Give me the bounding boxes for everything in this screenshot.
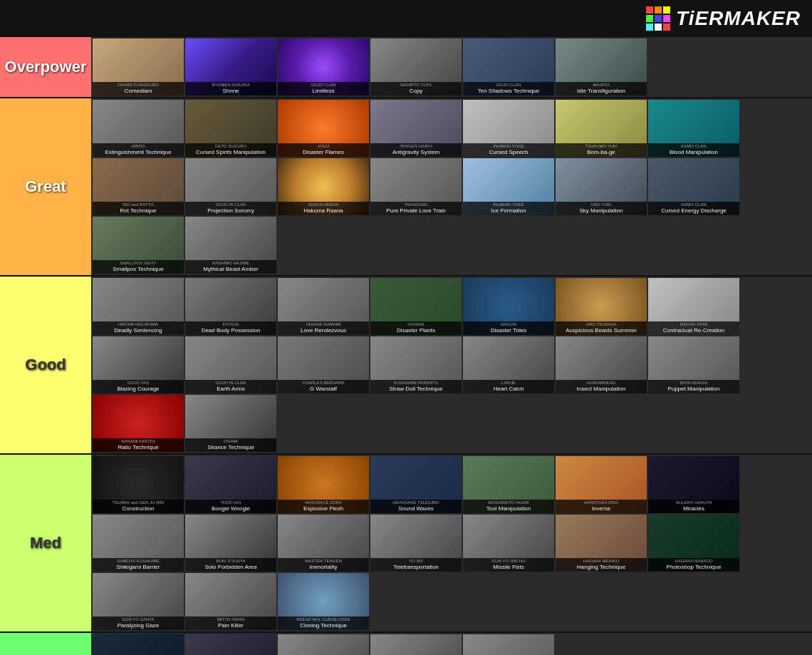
card-mainlabel-mythical: Mythical Beast Amber xyxy=(203,266,258,272)
card-puppet[interactable]: BATA ADACHIPuppet Manipulation xyxy=(648,336,739,393)
card-blood[interactable]: KAMO CLANBlood Manipulation xyxy=(648,100,739,157)
card-sublabel-insect: HURUMKIEAD xyxy=(557,381,645,386)
card-bg-helicopter xyxy=(463,634,554,655)
card-darkclaws[interactable]: NANO TSERUNGDark Claws xyxy=(185,634,276,655)
card-skymanip[interactable]: UNO YUKISky Manipulation xyxy=(556,158,647,215)
card-sublabel-photoshop: HAGARA NAMAGO xyxy=(650,559,738,564)
card-hanging[interactable]: HAGARA MERIKOHanging Technique xyxy=(556,515,647,572)
card-disasterplants[interactable]: HANAMIDisaster Plants xyxy=(370,278,462,335)
card-boogie[interactable]: TODO AOIBoogie Woogie xyxy=(185,456,276,513)
card-shikigami[interactable]: SHIBUYA KUSAKABEShikigami Barrier xyxy=(93,515,184,572)
card-deadbody[interactable]: KYOGAIDead Body Possession xyxy=(185,278,276,335)
card-cursedspeech[interactable]: INUMAKI TOGECursed Speech xyxy=(463,100,554,157)
card-contractual[interactable]: DAGON STARContractual Re-Creation xyxy=(648,278,739,335)
card-mainlabel-photoshop: Photoshop Technique xyxy=(667,564,722,570)
card-mainlabel-smallpox: Smallpox Technique xyxy=(113,266,163,272)
card-mainlabel-seance: Séance Technique xyxy=(207,444,254,450)
card-label-pureprivate: TAKAGUNOPure Private Love Train xyxy=(370,202,462,215)
card-bombage[interactable]: TSUKUMO YUKIBom-ba-ge xyxy=(556,100,647,157)
card-heartcatch[interactable]: LARUEHeart Catch xyxy=(463,336,554,393)
card-rot[interactable]: RIO and BATTORot Technique xyxy=(93,158,184,215)
card-cursedspirits[interactable]: GETO SUGURUCursed Spirits Manipulation xyxy=(185,100,276,157)
card-tenshadows[interactable]: GOJO CLANTen Shadows Technique xyxy=(463,38,554,96)
card-projection[interactable]: GOJO IN CLANProjection Sorcery xyxy=(185,158,276,215)
card-deadly[interactable]: HIROMI HIGURUMADeadly Sentencing xyxy=(93,278,184,335)
card-cloning[interactable]: BREAD MAL CURSE USERCloning Technique xyxy=(278,573,369,630)
card-seance[interactable]: OGAMISéance Technique xyxy=(185,395,276,452)
card-copy[interactable]: NAOBITO YUTACopy xyxy=(370,38,462,96)
card-ext[interactable]: HIROOExtinguishment Technique xyxy=(93,100,184,157)
card-insect[interactable]: HURUMKIEADInsect Manipulation xyxy=(556,336,647,393)
card-paralyz[interactable]: EON YO SANTAParalyzing Gaze xyxy=(93,573,184,630)
card-missile[interactable]: GUN YO JINCHUMissile Fists xyxy=(463,515,554,572)
card-auspicious[interactable]: URO TSUKASAAuspicious Beasts Summon xyxy=(556,278,647,335)
card-label-toolmanip: MOSHIMOTO AKEMITool Manipulation xyxy=(463,500,554,513)
card-immortality[interactable]: MASTER TENGENImmortality xyxy=(278,515,369,572)
card-disaster[interactable]: JOGODisaster Flames xyxy=(278,100,369,157)
card-mainlabel-ext: Extinguishment Technique xyxy=(105,149,171,155)
card-inverse[interactable]: HANATOKA ZINGInverse xyxy=(556,456,647,513)
card-hakuna[interactable]: SHOUA ARENAHakuma Raana xyxy=(278,158,369,215)
card-limitless[interactable]: GOJO CLANLimitless xyxy=(278,38,369,96)
card-mainlabel-comediam: Comediam xyxy=(125,88,152,94)
card-sublabel-paralyz: EON YO SANTA xyxy=(94,617,182,622)
card-soloforbid[interactable]: RUKI ITSUSYASolo Forbidden Area xyxy=(185,515,276,572)
card-sublabel-missile: GUN YO JINCHU xyxy=(464,559,553,564)
card-sublabel-cursedspeech: INUMAKI TOGE xyxy=(464,144,553,149)
card-blazing[interactable]: GOJO YASBlazing Courage xyxy=(93,336,184,393)
card-comediam[interactable]: TAKABI FUSHIGUROComediam xyxy=(93,38,184,96)
card-smallpox[interactable]: SMALLPOX DEITYSmallpox Technique xyxy=(93,217,184,274)
card-mainlabel-ratio: Ratio Technique xyxy=(118,444,158,450)
card-mainlabel-hanging: Hanging Technique xyxy=(577,564,625,570)
card-label-immortality: MASTER TENGENImmortality xyxy=(278,558,369,572)
tier-row-overpower: OverpowerTAKABI FUSHIGUROComediamRYOMEN … xyxy=(0,37,812,98)
card-mainlabel-puppet: Puppet Manipulation xyxy=(668,386,720,392)
card-mainlabel-immortality: Immortality xyxy=(309,564,337,570)
card-sublabel-miracles: NULERO HARUTA xyxy=(650,500,738,505)
card-mainlabel-blazing: Blazing Courage xyxy=(117,386,159,392)
card-mainlabel-heartcatch: Heart Catch xyxy=(494,386,524,392)
card-sublabel-disastertides: DAGON xyxy=(464,322,553,327)
card-shrine[interactable]: RYOMEN SUKUNAShrine xyxy=(185,38,276,96)
card-painkill[interactable]: MITTO ARAINPain Killer xyxy=(185,573,276,630)
card-helicopter[interactable]: Helicopter Hair xyxy=(463,634,554,655)
card-soundwaves[interactable]: GRASSANE TSUGUMOSound Waves xyxy=(370,456,462,513)
card-straw[interactable]: KUSAKABE PARENTSStraw Doll Technique xyxy=(370,336,462,393)
card-sublabel-soundwaves: GRASSANE TSUGUMO xyxy=(372,500,460,505)
card-scorpion[interactable]: NANOScorpion Hair xyxy=(278,634,369,655)
card-mainlabel-straw: Straw Doll Technique xyxy=(389,386,442,392)
card-construction[interactable]: TSUMIKI and GEN JU WEIConstruction xyxy=(93,456,184,513)
card-tele[interactable]: YO ROTeletransportation xyxy=(370,515,462,572)
card-mainlabel-explosive: Explosive Flesh xyxy=(303,505,343,512)
card-sublabel-hanging: HAGARA MERIKO xyxy=(557,559,645,564)
logo-text: TiERMAKER xyxy=(676,7,801,30)
card-antigravity[interactable]: TENGEN HAIROAntigravity System xyxy=(370,100,462,157)
card-photoshop[interactable]: HAGARA NAMAGOPhotoshop Technique xyxy=(648,515,739,572)
card-label-deadly: HIROMI HIGURUMADeadly Sentencing xyxy=(93,321,184,335)
tier-cards-med: TSUMIKI and GEN JU WEIConstructionTODO A… xyxy=(91,455,812,631)
card-miracles[interactable]: NULERO HARUTAMiracles xyxy=(648,456,739,513)
card-airplane[interactable]: BAKKUAirplane Hair xyxy=(370,634,462,655)
card-gwarstaff[interactable]: CHARLES BERNARDG Warstaff xyxy=(278,336,369,393)
card-ratio[interactable]: NANAMI KIRUTORatio Technique xyxy=(93,395,184,452)
logo-cell xyxy=(646,15,653,22)
card-blackbird[interactable]: BEE BEEBlack Bird Manipulation xyxy=(93,634,184,655)
logo-grid-icon xyxy=(646,6,670,31)
card-mainlabel-rot: Rot Technique xyxy=(120,207,157,214)
card-iceformation[interactable]: INUMAKI YOKEIce Formation xyxy=(463,158,554,215)
tier-cards-great: HIROOExtinguishment TechniqueGETO SUGURU… xyxy=(91,98,812,275)
card-disastertides[interactable]: DAGONDisaster Tides xyxy=(463,278,554,335)
card-loverendez[interactable]: HIGANE NAMAMILove Rendezvous xyxy=(278,278,369,335)
card-explosive[interactable]: HASUNACE ZORAExplosive Flesh xyxy=(278,456,369,513)
card-sublabel-disaster: JOGO xyxy=(279,144,368,149)
card-idle[interactable]: MAHITOIdle Transfiguration xyxy=(556,38,647,96)
card-sublabel-shikigami: SHIBUYA KUSAKABE xyxy=(94,559,182,564)
card-eartharms[interactable]: GOJO IN CLANEarth Arms xyxy=(185,336,276,393)
card-pureprivate[interactable]: TAKAGUNOPure Private Love Train xyxy=(370,158,462,215)
card-cursedenergy[interactable]: KAMO CLANCursed Energy Discharge xyxy=(648,158,739,215)
card-label-explosive: HASUNACE ZORAExplosive Flesh xyxy=(278,500,369,513)
card-label-straw: KUSAKABE PARENTSStraw Doll Technique xyxy=(370,380,462,393)
card-label-insect: HURUMKIEADInsect Manipulation xyxy=(556,380,647,393)
card-mythical[interactable]: KASHIMO HAJIMEMythical Beast Amber xyxy=(185,217,276,274)
card-toolmanip[interactable]: MOSHIMOTO AKEMITool Manipulation xyxy=(463,456,554,513)
